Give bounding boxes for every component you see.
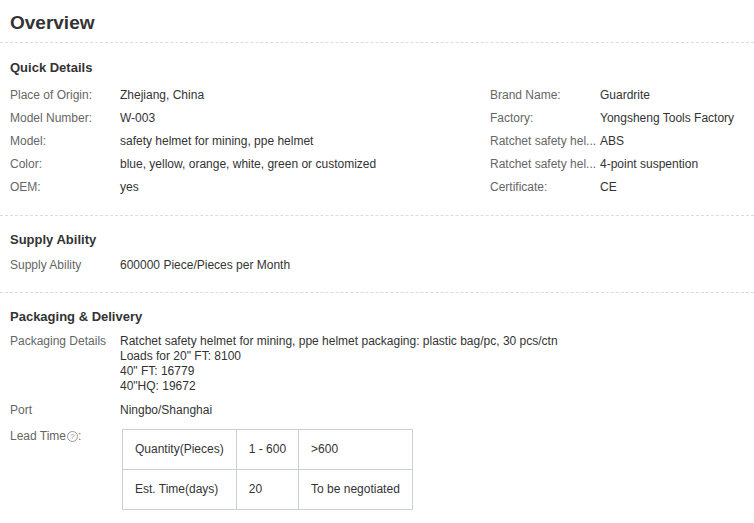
table-cell-time-value-1: 20: [236, 470, 298, 510]
quick-details-section: Quick Details Place of Origin: Zhejiang,…: [0, 60, 754, 198]
detail-value: 600000 Piece/Pieces per Month: [120, 258, 290, 273]
detail-label: Certificate:: [490, 180, 600, 194]
table-cell-time-value-2: To be negotiated: [299, 470, 413, 510]
quick-details-grid: Place of Origin: Zhejiang, China Model N…: [10, 83, 744, 198]
packaging-details-row: Packaging Details Ratchet safety helmet …: [10, 334, 744, 394]
detail-row: Ratchet safety hel... 4-point suspention: [490, 152, 744, 175]
detail-value: CE: [600, 180, 617, 194]
lead-time-table: Quantity(Pieces) 1 - 600 >600 Est. Time(…: [122, 429, 413, 510]
table-cell-time-header: Est. Time(days): [123, 470, 237, 510]
detail-label: Model:: [10, 134, 120, 148]
detail-row: OEM: yes: [10, 175, 490, 198]
section-divider: [0, 292, 754, 293]
detail-label: Supply Ability: [10, 258, 120, 273]
section-divider: [0, 42, 754, 43]
detail-value: yes: [120, 180, 139, 194]
detail-value: safety helmet for mining, ppe helmet: [120, 134, 313, 148]
detail-label: Color:: [10, 157, 120, 171]
detail-label: Model Number:: [10, 111, 120, 125]
lead-time-label-text: Lead Time: [10, 429, 66, 443]
detail-row: Certificate: CE: [490, 175, 744, 198]
detail-label: Ratchet safety hel...: [490, 134, 600, 148]
page-title: Overview: [10, 0, 754, 34]
detail-value: Guardrite: [600, 88, 650, 102]
table-row: Est. Time(days) 20 To be negotiated: [123, 470, 413, 510]
detail-row: Supply Ability 600000 Piece/Pieces per M…: [10, 258, 744, 273]
detail-row: Color: blue, yellow, orange, white, gree…: [10, 152, 490, 175]
detail-label: Ratchet safety hel...: [490, 157, 600, 171]
packaging-delivery-section: Packaging & Delivery Packaging Details R…: [0, 309, 754, 510]
detail-value: 4-point suspention: [600, 157, 698, 171]
quick-details-left-column: Place of Origin: Zhejiang, China Model N…: [10, 83, 490, 198]
detail-row: Place of Origin: Zhejiang, China: [10, 83, 490, 106]
packaging-line: Loads for 20" FT: 8100: [120, 349, 558, 364]
port-value: Ningbo/Shanghai: [120, 403, 212, 418]
packaging-details-label: Packaging Details: [10, 334, 120, 394]
detail-value: Zhejiang, China: [120, 88, 204, 102]
detail-row: Model Number: W-003: [10, 106, 490, 129]
detail-label: Brand Name:: [490, 88, 600, 102]
packaging-line: 40"HQ: 19672: [120, 379, 558, 394]
detail-value: ABS: [600, 134, 624, 148]
section-divider: [0, 215, 754, 216]
detail-value: W-003: [120, 111, 155, 125]
detail-label: OEM:: [10, 180, 120, 194]
table-row: Quantity(Pieces) 1 - 600 >600: [123, 430, 413, 470]
detail-label: Place of Origin:: [10, 88, 120, 102]
packaging-line: Ratchet safety helmet for mining, ppe he…: [120, 334, 558, 349]
detail-row: Ratchet safety hel... ABS: [490, 129, 744, 152]
detail-row: Brand Name: Guardrite: [490, 83, 744, 106]
lead-time-label: Lead Time?:: [10, 429, 120, 510]
detail-value: Yongsheng Tools Factory: [600, 111, 734, 125]
lead-time-colon: :: [78, 429, 81, 443]
table-cell-quantity-header: Quantity(Pieces): [123, 430, 237, 470]
port-label: Port: [10, 403, 120, 418]
table-cell-quantity-range-2: >600: [299, 430, 413, 470]
packaging-line: 40" FT: 16779: [120, 364, 558, 379]
detail-row: Factory: Yongsheng Tools Factory: [490, 106, 744, 129]
help-icon[interactable]: ?: [67, 431, 78, 442]
detail-value: blue, yellow, orange, white, green or cu…: [120, 157, 376, 171]
port-row: Port Ningbo/Shanghai: [10, 403, 744, 418]
detail-row: Model: safety helmet for mining, ppe hel…: [10, 129, 490, 152]
table-cell-quantity-range-1: 1 - 600: [236, 430, 298, 470]
overview-page: Overview Quick Details Place of Origin: …: [0, 0, 754, 523]
quick-details-heading: Quick Details: [10, 60, 744, 76]
supply-ability-section: Supply Ability Supply Ability 600000 Pie…: [0, 232, 754, 273]
detail-label: Factory:: [490, 111, 600, 125]
quick-details-right-column: Brand Name: Guardrite Factory: Yongsheng…: [490, 83, 744, 198]
lead-time-row: Lead Time?: Quantity(Pieces) 1 - 600 >60…: [10, 429, 744, 510]
supply-ability-heading: Supply Ability: [10, 232, 744, 248]
packaging-details-value: Ratchet safety helmet for mining, ppe he…: [120, 334, 558, 394]
packaging-delivery-heading: Packaging & Delivery: [10, 309, 744, 325]
